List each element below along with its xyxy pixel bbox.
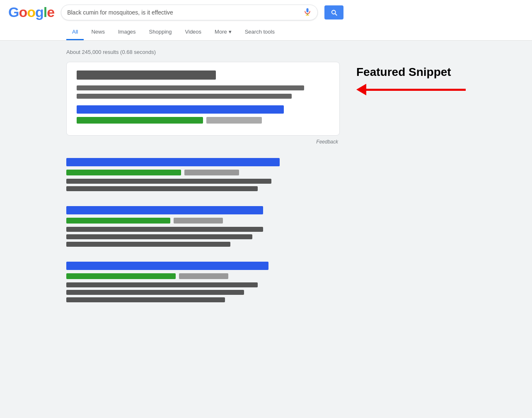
results-count: About 245,000 results (0.68 seconds) [66, 49, 340, 55]
tab-more[interactable]: More ▾ [209, 24, 237, 40]
result1-gray [184, 170, 239, 175]
logo-letter-o1: o [19, 4, 27, 20]
tab-all[interactable]: All [66, 24, 84, 40]
svg-rect-0 [307, 8, 309, 12]
result3-gray [179, 273, 228, 279]
logo-letter-l: l [44, 4, 47, 20]
search-icon [330, 9, 338, 16]
search-result-3 [66, 262, 340, 302]
snippet-gray-bar [206, 117, 262, 124]
snippet-bottom-row [77, 117, 329, 124]
left-column: About 245,000 results (0.68 seconds) Fee… [66, 49, 340, 317]
mic-icon[interactable] [303, 7, 312, 17]
main-content: About 245,000 results (0.68 seconds) Fee… [0, 41, 532, 326]
result3-desc3 [66, 297, 225, 302]
result1-desc2 [66, 186, 258, 191]
result3-url-row [66, 273, 340, 279]
google-logo[interactable]: Google [8, 4, 54, 20]
result3-title[interactable] [66, 262, 268, 270]
search-input[interactable] [67, 9, 300, 16]
tab-shopping[interactable]: Shopping [143, 24, 178, 40]
feedback-link[interactable]: Feedback [66, 139, 340, 145]
logo-letter-o2: o [27, 4, 35, 20]
result3-desc2 [66, 290, 244, 295]
snippet-green-bar [77, 117, 203, 124]
result2-green [66, 218, 170, 224]
result2-desc2 [66, 234, 252, 239]
result2-desc1 [66, 227, 263, 232]
result1-green [66, 170, 181, 175]
result3-green [66, 273, 176, 279]
more-arrow-icon: ▾ [229, 29, 232, 35]
snippet-blue-bar [77, 105, 284, 114]
tab-news[interactable]: News [85, 24, 111, 40]
featured-snippet-label: Featured Snippet [356, 66, 466, 79]
snippet-line-1 [77, 85, 304, 90]
result2-title[interactable] [66, 206, 263, 214]
tab-search-tools[interactable]: Search tools [239, 24, 281, 40]
result1-desc1 [66, 179, 271, 184]
snippet-line-2 [77, 94, 292, 99]
logo-letter-g: G [8, 4, 19, 20]
result1-url-row [66, 170, 340, 175]
search-button[interactable] [324, 5, 343, 19]
search-result-2 [66, 206, 340, 247]
tab-images[interactable]: Images [112, 24, 142, 40]
search-result-1 [66, 158, 340, 191]
arrow-line [366, 89, 466, 91]
tab-videos[interactable]: Videos [179, 24, 208, 40]
arrow-container [356, 84, 466, 95]
logo-letter-g2: g [35, 4, 44, 20]
result3-desc1 [66, 282, 258, 287]
result2-gray [174, 218, 223, 224]
search-bar [61, 5, 318, 20]
snippet-title-bar [77, 70, 216, 80]
logo-letter-e: e [47, 4, 54, 20]
result2-desc3 [66, 242, 230, 247]
header-top: Google [8, 4, 524, 24]
right-column: Featured Snippet [356, 49, 466, 317]
header: Google All News Images Shopping [0, 0, 532, 41]
featured-snippet-box [66, 62, 340, 136]
nav-tabs: All News Images Shopping Videos More ▾ S… [8, 24, 524, 40]
result1-title[interactable] [66, 158, 280, 166]
result2-url-row [66, 218, 340, 224]
arrow-head-icon [356, 84, 366, 95]
